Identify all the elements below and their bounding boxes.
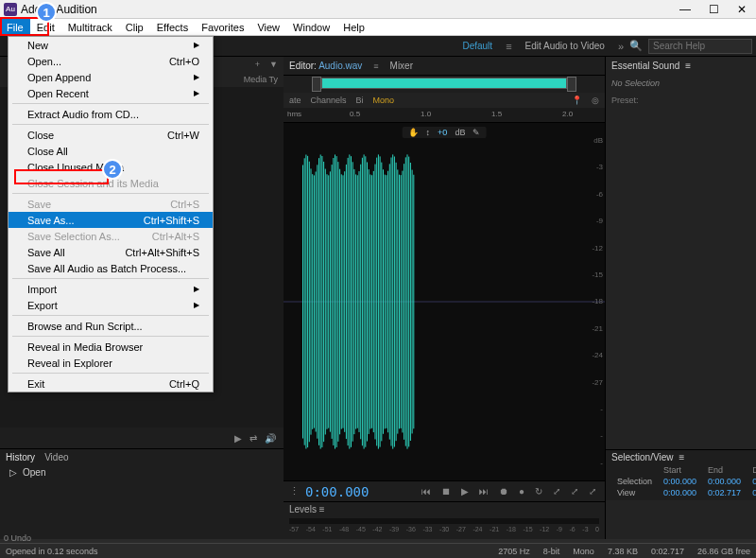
svg-rect-34: [355, 174, 356, 428]
hud-pencil-icon[interactable]: ✎: [470, 128, 483, 137]
filter-icon[interactable]: ▼: [269, 60, 278, 69]
timecode[interactable]: 0:00.000: [305, 484, 369, 499]
selview-view-dur[interactable]: 0:02.717: [747, 487, 756, 498]
levels-tick: -51: [322, 526, 332, 532]
menu-separator: [12, 193, 209, 194]
status-field-5: 26.86 GB free: [697, 547, 750, 556]
menu-item-save-all-audio-as-batch-process[interactable]: Save All Audio as Batch Process...: [9, 260, 213, 276]
channels-value: Mono: [373, 96, 395, 105]
workspace-edit-audio-video[interactable]: Edit Audio to Video: [518, 41, 612, 51]
transport-btn-3[interactable]: ⏭: [476, 486, 491, 497]
workspace-menu-icon[interactable]: ≡: [506, 41, 511, 52]
levels-menu-icon[interactable]: ≡: [319, 504, 325, 514]
menu-item-save-as[interactable]: Save As...Ctrl+Shift+S: [9, 212, 213, 228]
selview-sel-dur[interactable]: 0:00.000: [747, 476, 756, 487]
menu-item-exit[interactable]: ExitCtrl+Q: [9, 375, 213, 392]
menu-item-browse-and-run-script[interactable]: Browse and Run Script...: [9, 318, 213, 334]
menu-view[interactable]: View: [250, 19, 286, 36]
speaker-icon[interactable]: 🔊: [265, 433, 276, 444]
ruler-tick-2: 1.5: [491, 110, 502, 118]
menu-effects[interactable]: Effects: [150, 19, 195, 36]
overview-handle-right[interactable]: [567, 77, 576, 92]
transport-btn-9[interactable]: ⤢: [586, 486, 599, 497]
close-button[interactable]: ✕: [728, 0, 756, 19]
transport-btn-6[interactable]: ↻: [532, 486, 545, 497]
selview-h3: Duration: [747, 464, 756, 476]
chevrons-icon[interactable]: »: [618, 41, 624, 52]
play-icon[interactable]: ▶: [234, 433, 242, 444]
plus-icon[interactable]: +: [255, 60, 260, 69]
selview-view-end[interactable]: 0:02.717: [702, 487, 747, 498]
tab-history[interactable]: History: [6, 452, 35, 462]
transport-btn-5[interactable]: ●: [516, 486, 527, 497]
hud-gain-value[interactable]: +0: [435, 128, 450, 137]
menu-multitrack[interactable]: Multitrack: [61, 19, 119, 36]
menu-item-import[interactable]: Import▶: [9, 281, 213, 297]
transport-btn-1[interactable]: ⏹: [438, 486, 454, 497]
maximize-button[interactable]: ☐: [699, 0, 728, 19]
menu-favorites[interactable]: Favorites: [195, 19, 250, 36]
menu-item-new[interactable]: New▶: [9, 37, 213, 53]
minimize-button[interactable]: —: [671, 0, 699, 19]
timeline-overview[interactable]: [284, 76, 605, 93]
svg-rect-44: [371, 175, 372, 428]
transport-btn-2[interactable]: ▶: [458, 486, 472, 497]
workspace-default[interactable]: Default: [455, 41, 500, 51]
selview-sel-start[interactable]: 0:00.000: [658, 476, 702, 487]
editor-tab-menu-icon[interactable]: ≡: [373, 61, 378, 71]
menu-item-reveal-in-media-browser[interactable]: Reveal in Media Browser: [9, 339, 213, 355]
tab-editor[interactable]: Editor: Audio.wav: [289, 61, 362, 71]
history-item-open[interactable]: ▷ Open: [0, 465, 284, 480]
hud-arrow-icon[interactable]: ↕: [423, 128, 434, 137]
transport-btn-8[interactable]: ⤢: [568, 486, 581, 497]
status-field-4: 0:02.717: [651, 547, 684, 556]
svg-rect-36: [359, 171, 360, 432]
loop-icon[interactable]: ⇄: [249, 433, 257, 444]
timecode-menu-icon[interactable]: ⋮: [289, 485, 300, 497]
menu-item-open-recent[interactable]: Open Recent▶: [9, 85, 213, 101]
svg-rect-18: [330, 171, 331, 431]
svg-rect-31: [351, 156, 352, 447]
selview-menu-icon[interactable]: ≡: [679, 452, 684, 462]
svg-rect-37: [360, 165, 361, 440]
selview-sel-end[interactable]: 0:00.000: [702, 476, 747, 487]
menu-help[interactable]: Help: [336, 19, 371, 36]
svg-rect-63: [402, 171, 403, 433]
selview-view-start[interactable]: 0:00.000: [658, 487, 702, 498]
svg-rect-50: [381, 163, 382, 442]
menu-window[interactable]: Window: [286, 19, 336, 36]
tab-mixer[interactable]: Mixer: [390, 61, 413, 71]
menu-item-open[interactable]: Open...Ctrl+O: [9, 53, 213, 69]
menu-item-export[interactable]: Export▶: [9, 297, 213, 313]
search-input[interactable]: [648, 39, 752, 54]
levels-tick: -42: [372, 526, 382, 532]
selview-h1: Start: [658, 464, 702, 476]
menu-item-reveal-in-explorer[interactable]: Reveal in Explorer: [9, 355, 213, 371]
hud-hand-icon[interactable]: ✋: [405, 128, 421, 137]
menu-item-open-append[interactable]: Open Append▶: [9, 69, 213, 85]
left-transport: ▶ ⇄ 🔊: [0, 427, 284, 448]
menu-file[interactable]: File: [0, 19, 30, 36]
center-column: Editor: Audio.wav ≡ Mixer ate Channels B…: [284, 57, 605, 539]
levels-tick: -21: [490, 526, 499, 532]
overview-handle-left[interactable]: [312, 77, 321, 92]
transport-btn-4[interactable]: ⏺: [496, 486, 511, 497]
transport-btn-7[interactable]: ⤢: [550, 486, 563, 497]
menu-item-save-all[interactable]: Save AllCtrl+Alt+Shift+S: [9, 244, 213, 260]
menu-clip[interactable]: Clip: [119, 19, 150, 36]
time-ruler[interactable]: hms 0.5 1.0 1.5 2.0: [284, 108, 605, 123]
menu-separator: [12, 373, 209, 374]
transport-btn-0[interactable]: ⏮: [419, 486, 434, 497]
tab-video[interactable]: Video: [44, 452, 68, 462]
rate-label: ate: [289, 96, 301, 105]
target-icon[interactable]: ◎: [592, 96, 599, 105]
menu-item-close-all[interactable]: Close All: [9, 143, 213, 159]
levels-tick: -24: [472, 526, 482, 532]
menu-item-extract-audio-from-cd[interactable]: Extract Audio from CD...: [9, 106, 213, 122]
svg-rect-28: [346, 165, 347, 439]
menu-item-close[interactable]: CloseCtrl+W: [9, 127, 213, 143]
waveform-area[interactable]: ✋ ↕ +0 dB ✎ dB-3-6-9-12-15-18-21-24-27--…: [284, 123, 605, 480]
essential-menu-icon[interactable]: ≡: [685, 61, 691, 71]
svg-rect-12: [320, 154, 321, 448]
pin-icon[interactable]: 📍: [572, 96, 582, 105]
